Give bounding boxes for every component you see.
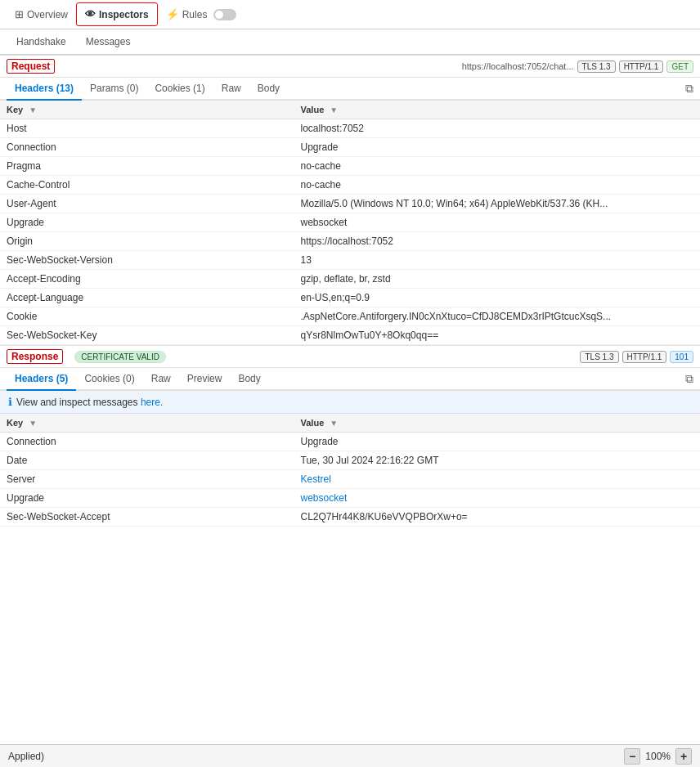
nav-overview-label: Overview: [27, 9, 68, 20]
request-url: https://localhost:7052/chat...: [462, 61, 574, 71]
request-section-header: Request https://localhost:7052/chat... T…: [0, 55, 700, 78]
table-row: Upgrade websocket: [0, 213, 700, 232]
request-tab-params[interactable]: Params (0): [82, 78, 146, 101]
table-row: Date Tue, 30 Jul 2024 22:16:22 GMT: [0, 451, 700, 470]
table-row: Sec-WebSocket-Accept CL2Q7Hr44K8/KU6eVVQ…: [0, 508, 700, 527]
header-value: Mozilla/5.0 (Windows NT 10.0; Win64; x64…: [294, 195, 700, 213]
nav-messages[interactable]: Messages: [76, 29, 141, 54]
request-headers-table: Key ▼ Value ▼ Host localhost:7052 Connec…: [0, 101, 700, 345]
header-value: Tue, 30 Jul 2024 22:16:22 GMT: [294, 451, 700, 470]
info-bar: ℹ View and inspect messages here.: [0, 391, 700, 414]
response-http-badge: HTTP/1.1: [622, 351, 667, 363]
request-section: Request https://localhost:7052/chat... T…: [0, 55, 700, 345]
response-tab-cookies[interactable]: Cookies (0): [76, 368, 142, 391]
header-key: Pragma: [0, 157, 294, 176]
nav-rules-label: Rules: [182, 9, 208, 20]
header-key: Upgrade: [0, 213, 294, 232]
header-value: localhost:7052: [294, 119, 700, 138]
header-value: qYsr8NlmOwTu0Y+8Okq0qq==: [294, 326, 700, 345]
table-row: Upgrade websocket: [0, 489, 700, 508]
header-key: Sec-WebSocket-Version: [0, 251, 294, 270]
header-key: Origin: [0, 232, 294, 251]
response-value-filter-icon[interactable]: ▼: [330, 419, 338, 428]
request-key-col-header: Key ▼: [0, 101, 294, 119]
overview-icon: ⊞: [15, 8, 24, 20]
request-tab-raw[interactable]: Raw: [213, 78, 249, 101]
header-key: User-Agent: [0, 195, 294, 213]
request-meta: https://localhost:7052/chat... TLS 1.3 H…: [462, 61, 693, 73]
header-key: Cookie: [0, 307, 294, 326]
request-http-badge: HTTP/1.1: [619, 61, 664, 73]
header-value: en-US,en;q=0.9: [294, 289, 700, 307]
response-key-filter-icon[interactable]: ▼: [29, 419, 37, 428]
request-key-filter-icon[interactable]: ▼: [29, 105, 37, 114]
response-tls-badge: TLS 1.3: [580, 351, 618, 363]
table-row: Cache-Control no-cache: [0, 176, 700, 195]
response-tabs-row: Headers (5) Cookies (0) Raw Preview Body…: [0, 368, 700, 391]
response-copy-icon[interactable]: ⧉: [685, 372, 693, 386]
response-label: Response: [7, 349, 63, 364]
rules-icon: ⚡: [166, 8, 179, 20]
table-row: Connection Upgrade: [0, 433, 700, 451]
header-value: Kestrel: [294, 470, 700, 489]
response-key-col-header: Key ▼: [0, 414, 294, 433]
nav-rules[interactable]: ⚡ Rules: [158, 3, 245, 25]
response-value-col-header: Value ▼: [294, 414, 700, 433]
response-meta: TLS 1.3 HTTP/1.1 101: [580, 351, 693, 363]
nav-handshake[interactable]: Handshake: [7, 29, 76, 54]
table-row: Connection Upgrade: [0, 138, 700, 157]
header-value: CL2Q7Hr44K8/KU6eVVQPBOrXw+o=: [294, 508, 700, 527]
request-tab-headers[interactable]: Headers (13): [7, 78, 82, 101]
header-value: .AspNetCore.Antiforgery.IN0cXnXtuco=CfDJ…: [294, 307, 700, 326]
nav-inspectors[interactable]: 👁 Inspectors: [76, 2, 158, 26]
request-tab-body[interactable]: Body: [249, 78, 288, 101]
response-section-header: Response CERTIFICATE VALID TLS 1.3 HTTP/…: [0, 345, 700, 368]
header-value: websocket: [294, 213, 700, 232]
response-tab-preview[interactable]: Preview: [179, 368, 231, 391]
table-row: Origin https://localhost:7052: [0, 232, 700, 251]
response-section: Response CERTIFICATE VALID TLS 1.3 HTTP/…: [0, 345, 700, 527]
header-key: Connection: [0, 433, 294, 451]
table-row: Server Kestrel: [0, 470, 700, 489]
request-tls-badge: TLS 1.3: [577, 61, 616, 73]
header-key: Upgrade: [0, 489, 294, 508]
request-value-filter-icon[interactable]: ▼: [330, 105, 338, 114]
response-tab-headers[interactable]: Headers (5): [7, 368, 76, 391]
response-tab-raw[interactable]: Raw: [143, 368, 179, 391]
request-tab-cookies[interactable]: Cookies (1): [146, 78, 213, 101]
table-row: Sec-WebSocket-Key qYsr8NlmOwTu0Y+8Okq0qq…: [0, 326, 700, 345]
rules-toggle[interactable]: [213, 9, 236, 20]
info-link[interactable]: here.: [141, 397, 163, 408]
header-key: Date: [0, 451, 294, 470]
header-value: Upgrade: [294, 433, 700, 451]
response-tab-body[interactable]: Body: [230, 368, 268, 391]
cert-valid-badge: CERTIFICATE VALID: [74, 351, 166, 363]
table-row: Accept-Language en-US,en;q=0.9: [0, 289, 700, 307]
header-key: Accept-Encoding: [0, 270, 294, 289]
header-key: Sec-WebSocket-Key: [0, 326, 294, 345]
info-message: View and inspect messages here.: [16, 397, 163, 408]
request-copy-icon[interactable]: ⧉: [685, 82, 693, 96]
table-row: Accept-Encoding gzip, deflate, br, zstd: [0, 270, 700, 289]
header-value: websocket: [294, 489, 700, 508]
inspectors-icon: 👁: [85, 8, 96, 20]
header-value: no-cache: [294, 176, 700, 195]
table-row: Sec-WebSocket-Version 13: [0, 251, 700, 270]
info-icon: ℹ: [8, 396, 12, 408]
table-row: Cookie .AspNetCore.Antiforgery.IN0cXnXtu…: [0, 307, 700, 326]
request-value-col-header: Value ▼: [294, 101, 700, 119]
response-headers-table: Key ▼ Value ▼ Connection Upgrade Date Tu…: [0, 414, 700, 527]
request-label: Request: [7, 59, 55, 74]
header-value: gzip, deflate, br, zstd: [294, 270, 700, 289]
table-row: Pragma no-cache: [0, 157, 700, 176]
header-value: Upgrade: [294, 138, 700, 157]
nav-overview[interactable]: ⊞ Overview: [7, 3, 76, 25]
header-key: Server: [0, 470, 294, 489]
header-key: Host: [0, 119, 294, 138]
header-value: 13: [294, 251, 700, 270]
secondary-nav: Handshake Messages: [0, 29, 700, 55]
header-key: Accept-Language: [0, 289, 294, 307]
header-key: Cache-Control: [0, 176, 294, 195]
top-nav: ⊞ Overview 👁 Inspectors ⚡ Rules: [0, 0, 700, 29]
request-tabs-row: Headers (13) Params (0) Cookies (1) Raw …: [0, 78, 700, 101]
